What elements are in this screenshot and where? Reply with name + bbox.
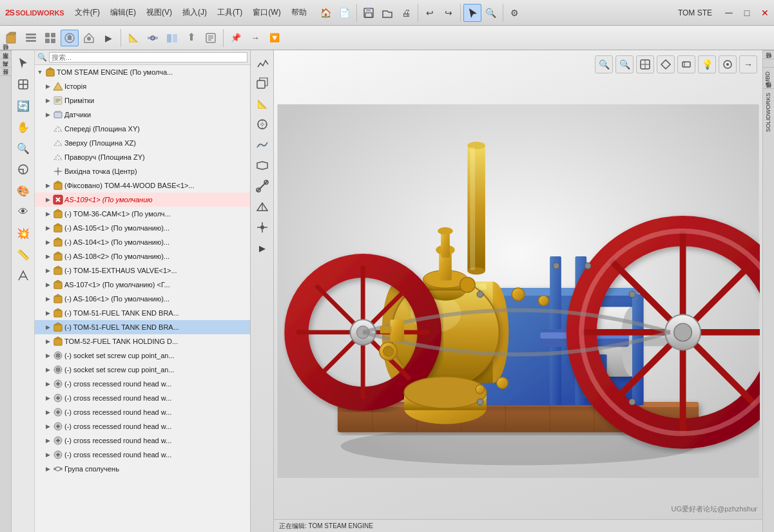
tree-item-screw-socket2[interactable]: ▶ (-) socket set screw cup point_an... bbox=[35, 363, 250, 377]
arrow-history[interactable]: ▶ bbox=[44, 80, 52, 93]
tb-home[interactable]: 🏠 bbox=[317, 4, 335, 22]
search-input[interactable] bbox=[49, 52, 247, 62]
tree-item-history[interactable]: ▶ Історія bbox=[35, 79, 250, 93]
tree-item-as108[interactable]: ▶ (-) AS-108<2> (По умолчанию)... bbox=[35, 249, 250, 263]
tree-item-screw-cross3[interactable]: ▶ (-) cross recessed round head w... bbox=[35, 405, 250, 419]
right-tab-features[interactable]: 特征 bbox=[763, 59, 774, 67]
strip-btn-arrow[interactable] bbox=[13, 53, 34, 73]
tb-config-mgr[interactable] bbox=[182, 30, 200, 46]
vp-hide-lines[interactable] bbox=[677, 55, 695, 73]
tb-undo[interactable]: ↩ bbox=[421, 4, 439, 22]
tb-arrow[interactable]: → bbox=[246, 30, 264, 46]
tb-measure[interactable]: 📐 bbox=[124, 30, 142, 46]
side-tab-layout[interactable]: 布局 bbox=[0, 67, 11, 75]
btn-minimize[interactable]: ─ bbox=[720, 4, 738, 22]
vt-simulation[interactable]: ▶ bbox=[253, 238, 272, 258]
vt-surfaces[interactable] bbox=[253, 135, 272, 155]
tb-settings[interactable]: ⚙ bbox=[506, 4, 524, 22]
3d-viewport[interactable]: 🔍 🔍 💡 → bbox=[274, 50, 762, 532]
tree-item-screw-socket1[interactable]: ▶ (-) socket set screw cup point_an... bbox=[35, 348, 250, 363]
arrow-root[interactable]: ▼ bbox=[36, 66, 44, 79]
arrow-tom51-2[interactable]: ▶ bbox=[44, 321, 52, 334]
tree-item-tom51-2[interactable]: ▶ (-) TOM-51-FUEL TANK END BRA... bbox=[35, 320, 250, 334]
strip-btn-appearance[interactable]: 🎨 bbox=[13, 180, 34, 201]
right-tab-properties[interactable]: 属性 bbox=[763, 50, 774, 59]
tree-item-sensors[interactable]: ▶ Датчики bbox=[35, 108, 250, 122]
vt-mold[interactable] bbox=[253, 197, 272, 216]
strip-btn-zoom-fit[interactable] bbox=[13, 74, 34, 95]
tb-filter[interactable]: 🔽 bbox=[266, 30, 284, 46]
tb-pin[interactable]: 📌 bbox=[227, 30, 245, 46]
tree-item-as105[interactable]: ▶ (-) AS-105<1> (По умолчанию)... bbox=[35, 221, 250, 235]
strip-btn-explode[interactable]: 💥 bbox=[13, 223, 34, 243]
tb-redo[interactable]: ↪ bbox=[440, 4, 458, 22]
vt-weldments[interactable] bbox=[253, 176, 272, 196]
arrow-wood-base[interactable]: ▶ bbox=[44, 179, 52, 192]
right-tab-mbd[interactable]: MBD bbox=[763, 67, 774, 88]
tb-new[interactable]: 📄 bbox=[336, 4, 354, 22]
menu-file[interactable]: 文件(F) bbox=[70, 0, 105, 25]
tree-item-screw-cross1[interactable]: ▶ (-) cross recessed round head w... bbox=[35, 377, 250, 391]
arrow-tom52[interactable]: ▶ bbox=[44, 335, 52, 348]
vt-exploded[interactable] bbox=[253, 218, 272, 237]
arrow-notes[interactable]: ▶ bbox=[44, 94, 52, 107]
vp-search[interactable]: 🔍 bbox=[595, 55, 613, 73]
menu-view[interactable]: 视图(V) bbox=[141, 0, 177, 25]
tree-item-origin[interactable]: ▶ Вихідна точка (Центр) bbox=[35, 164, 250, 178]
arrow-screw-socket1[interactable]: ▶ bbox=[44, 349, 52, 362]
tb-grid-view[interactable] bbox=[41, 30, 59, 46]
tree-item-screw-cross5[interactable]: ▶ (-) cross recessed round head w... bbox=[35, 433, 250, 448]
strip-btn-pan[interactable]: ✋ bbox=[13, 117, 34, 137]
side-tab-sketch[interactable]: 草图 bbox=[0, 59, 11, 67]
vp-render[interactable] bbox=[719, 55, 737, 73]
tree-item-wood-base[interactable]: ▶ (Фіксовано) TOM-44-WOOD BASE<1>... bbox=[35, 178, 250, 193]
arrow-tom51-1[interactable]: ▶ bbox=[44, 307, 52, 319]
arrow-tom15[interactable]: ▶ bbox=[44, 264, 52, 277]
tb-reference-geom[interactable] bbox=[144, 30, 162, 46]
tree-item-screw-cross4[interactable]: ▶ (-) cross recessed round head w... bbox=[35, 419, 250, 433]
arrow-group[interactable]: ▶ bbox=[44, 462, 52, 475]
tb-save[interactable] bbox=[360, 4, 378, 22]
tb-tree-view[interactable] bbox=[61, 30, 79, 46]
strip-btn-zoom[interactable]: 🔍 bbox=[13, 138, 34, 158]
menu-tools[interactable]: 工具(T) bbox=[212, 0, 247, 25]
btn-maximize[interactable]: □ bbox=[738, 4, 756, 22]
arrow-tom36cam[interactable]: ▶ bbox=[44, 207, 52, 220]
tree-item-screw-cross2[interactable]: ▶ (-) cross recessed round head w... bbox=[35, 391, 250, 405]
strip-btn-hide[interactable]: 👁 bbox=[13, 202, 34, 222]
vp-view-orient[interactable] bbox=[657, 55, 675, 73]
vt-measure[interactable]: 📐 bbox=[253, 94, 272, 113]
tree-item-as104[interactable]: ▶ (-) AS-104<1> (По умолчанию)... bbox=[35, 235, 250, 249]
arrow-screw-cross4[interactable]: ▶ bbox=[44, 420, 52, 433]
tree-item-tom36cam[interactable]: ▶ (-) TOM-36-CAM<1> (По умолч... bbox=[35, 207, 250, 221]
arrow-as109[interactable]: ▶ bbox=[44, 193, 52, 206]
strip-btn-rotate[interactable]: 🔄 bbox=[13, 95, 34, 116]
arrow-as105[interactable]: ▶ bbox=[44, 222, 52, 234]
tree-item-as107[interactable]: ▶ AS-107<1> (По умолчанию) <Г... bbox=[35, 278, 250, 292]
tb-open[interactable] bbox=[378, 4, 396, 22]
tree-item-front-plane[interactable]: ▶ Спереді (Площина XY) bbox=[35, 122, 250, 136]
tb-display-states[interactable] bbox=[163, 30, 181, 46]
vp-arrow[interactable]: → bbox=[739, 55, 757, 73]
tree-item-as106[interactable]: ▶ (-) AS-106<1> (По умолчанию)... bbox=[35, 292, 250, 306]
arrow-screw-socket2[interactable]: ▶ bbox=[44, 363, 52, 376]
menu-edit[interactable]: 编辑(E) bbox=[105, 0, 141, 25]
arrow-screw-cross5[interactable]: ▶ bbox=[44, 434, 52, 447]
strip-btn-measure-2[interactable]: 📏 bbox=[13, 244, 34, 265]
arrow-as107[interactable]: ▶ bbox=[44, 278, 52, 291]
tb-zoom[interactable]: 🔍 bbox=[482, 4, 500, 22]
btn-close[interactable]: ✕ bbox=[756, 4, 774, 22]
tree-item-tom15[interactable]: ▶ (-) TOM-15-EXTHAUS VALVE<1>... bbox=[35, 263, 250, 278]
side-tab-features[interactable]: 特征 bbox=[0, 50, 11, 59]
arrow-as104[interactable]: ▶ bbox=[44, 236, 52, 249]
tree-item-top-plane[interactable]: ▶ Зверху (Площина XZ) bbox=[35, 136, 250, 150]
vp-lighting[interactable]: 💡 bbox=[698, 55, 716, 73]
vt-sketch[interactable] bbox=[253, 53, 272, 72]
vt-sheet-metal[interactable] bbox=[253, 156, 272, 175]
arrow-screw-cross2[interactable]: ▶ bbox=[44, 392, 52, 404]
strip-btn-smartdim[interactable] bbox=[13, 265, 34, 286]
tree-item-tom51-1[interactable]: ▶ (-) TOM-51-FUEL TANK END BRA... bbox=[35, 306, 250, 320]
vp-search2[interactable]: 🔍 bbox=[615, 55, 634, 73]
vp-display-style[interactable] bbox=[636, 55, 654, 73]
strip-btn-section[interactable] bbox=[13, 159, 34, 180]
